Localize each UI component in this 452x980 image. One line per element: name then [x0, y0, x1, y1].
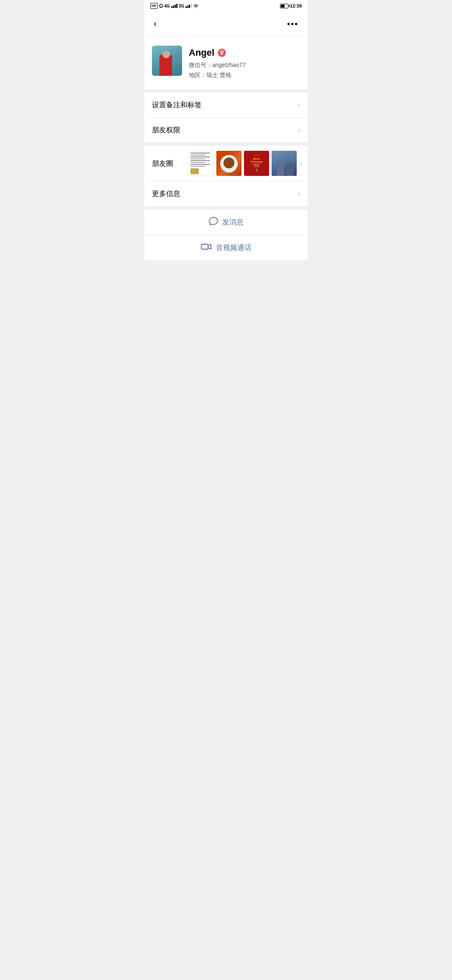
section-divider-1 [144, 89, 308, 93]
friend-permission-label: 朋友权限 [152, 125, 180, 135]
action-section: 发消息 音视频通话 [144, 209, 308, 260]
back-button[interactable]: ‹ [152, 17, 158, 31]
top-nav: ‹ ••• [144, 12, 308, 36]
moments-item[interactable]: 朋友圈 ✦ ✦ ✦ MerryChristmas 祝您圣诞节快乐 🎄 › [144, 146, 308, 181]
moments-thumb-2 [216, 151, 241, 176]
profile-name-row: Angel [189, 47, 300, 58]
friend-permission-item[interactable]: 朋友权限 › [144, 118, 308, 142]
moments-thumb-1 [189, 151, 214, 176]
network-icon: n [159, 4, 163, 8]
chevron-right-icon-2: › [298, 126, 300, 134]
status-right: 12:39 [280, 3, 302, 8]
wifi-icon [193, 4, 199, 8]
remark-tag-item[interactable]: 设置备注和标签 › [144, 93, 308, 117]
send-message-button[interactable]: 发消息 [144, 209, 308, 235]
time-display: 12:39 [290, 3, 302, 8]
svg-rect-5 [201, 244, 208, 249]
video-call-label: 音视频通话 [216, 243, 252, 253]
profile-location: 地区：瑞士 楚格 [189, 72, 300, 79]
more-info-label: 更多信息 [152, 189, 180, 199]
moments-thumb-4 [272, 151, 297, 176]
signal-bars-2 [185, 4, 192, 8]
4g-label: 4G [164, 4, 170, 8]
status-bar: HD n 4G 3G 12:39 [144, 0, 308, 12]
chevron-right-icon-3: › [300, 160, 302, 167]
moments-thumb-3: ✦ ✦ ✦ MerryChristmas 祝您圣诞节快乐 🎄 [244, 151, 269, 176]
video-call-button[interactable]: 音视频通话 [144, 235, 308, 260]
section-divider-3 [144, 206, 308, 209]
status-left: HD n 4G 3G [150, 3, 199, 9]
avatar [152, 46, 182, 76]
profile-name: Angel [189, 47, 214, 58]
gender-icon [218, 49, 226, 57]
chevron-right-icon-4: › [298, 190, 300, 198]
section-divider-2 [144, 142, 308, 146]
female-icon [219, 50, 224, 55]
remark-tag-label: 设置备注和标签 [152, 100, 202, 110]
video-call-icon [201, 243, 212, 253]
profile-info: Angel 微信号：angelzhao77 地区：瑞士 楚格 [189, 46, 300, 79]
svg-text:n: n [160, 5, 162, 8]
profile-section: Angel 微信号：angelzhao77 地区：瑞士 楚格 [144, 36, 308, 89]
message-icon [209, 217, 218, 227]
hd-badge: HD [150, 3, 158, 9]
bottom-gray-area [144, 260, 308, 428]
more-info-item[interactable]: 更多信息 › [144, 181, 308, 206]
more-button[interactable]: ••• [285, 18, 300, 31]
send-message-label: 发消息 [222, 217, 244, 227]
svg-point-2 [221, 51, 223, 53]
3g-label: 3G [179, 4, 184, 8]
signal-bars [171, 4, 177, 8]
moments-label: 朋友圈 [152, 159, 185, 168]
profile-wechat-id: 微信号：angelzhao77 [189, 62, 300, 69]
moments-thumbnails: ✦ ✦ ✦ MerryChristmas 祝您圣诞节快乐 🎄 [189, 151, 297, 176]
chevron-right-icon: › [298, 101, 300, 109]
christmas-title: MerryChristmas [250, 157, 262, 163]
battery-icon [280, 4, 288, 8]
christmas-sub: 祝您圣诞节快乐 [253, 164, 260, 168]
